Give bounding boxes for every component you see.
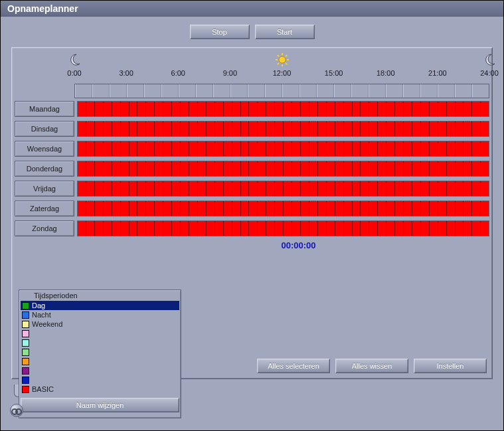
time-slot[interactable]	[386, 141, 395, 156]
time-slot[interactable]	[207, 141, 215, 156]
time-slot[interactable]	[344, 141, 353, 156]
time-slot[interactable]	[309, 201, 318, 216]
time-slot[interactable]	[137, 122, 146, 136]
time-slot[interactable]	[481, 181, 489, 196]
time-slot[interactable]	[318, 122, 327, 136]
ruler-hour-cell[interactable]	[386, 84, 403, 98]
time-slot[interactable]	[215, 102, 224, 116]
time-slot[interactable]	[129, 122, 138, 136]
time-slot[interactable]	[241, 201, 250, 216]
period-item[interactable]	[21, 347, 179, 357]
time-slot[interactable]	[463, 141, 472, 156]
time-slot[interactable]	[430, 221, 438, 236]
time-slot[interactable]	[386, 201, 395, 216]
time-slot[interactable]	[481, 122, 489, 136]
time-slot[interactable]	[430, 161, 438, 176]
ruler-hour-cell[interactable]	[334, 84, 351, 98]
time-slot[interactable]	[215, 122, 224, 136]
time-slot[interactable]	[481, 221, 489, 236]
time-slot[interactable]	[421, 181, 430, 196]
time-slot[interactable]	[215, 201, 224, 216]
time-slot[interactable]	[430, 122, 438, 136]
time-slot[interactable]	[232, 161, 241, 176]
time-slot[interactable]	[215, 161, 224, 176]
ruler-hour-cell[interactable]	[127, 84, 144, 98]
time-slot[interactable]	[369, 161, 378, 176]
time-slot[interactable]	[181, 201, 189, 216]
time-slot[interactable]	[95, 141, 104, 156]
time-slot[interactable]	[129, 141, 138, 156]
time-slot[interactable]	[249, 181, 258, 196]
time-slot[interactable]	[198, 221, 207, 236]
time-slot[interactable]	[430, 141, 438, 156]
time-slot[interactable]	[275, 221, 284, 236]
time-slot[interactable]	[378, 161, 386, 176]
time-slot[interactable]	[241, 102, 250, 116]
time-slot[interactable]	[224, 201, 232, 216]
period-item[interactable]	[21, 366, 179, 375]
time-slot[interactable]	[327, 201, 335, 216]
time-slot[interactable]	[447, 141, 456, 156]
time-slot[interactable]	[361, 181, 369, 196]
time-slot[interactable]	[137, 181, 146, 196]
time-slot[interactable]	[335, 141, 344, 156]
time-slot[interactable]	[129, 221, 138, 236]
time-slot[interactable]	[438, 221, 447, 236]
ruler-hour-cell[interactable]	[161, 84, 179, 98]
time-slot[interactable]	[104, 122, 112, 136]
time-slot[interactable]	[129, 102, 138, 116]
time-slot[interactable]	[95, 161, 104, 176]
day-slot-grid[interactable]	[77, 201, 489, 216]
time-slot[interactable]	[86, 141, 95, 156]
time-slot[interactable]	[198, 122, 207, 136]
time-slot[interactable]	[121, 221, 129, 236]
time-slot[interactable]	[258, 102, 266, 116]
time-slot[interactable]	[112, 102, 121, 116]
time-slot[interactable]	[224, 181, 232, 196]
time-slot[interactable]	[181, 102, 189, 116]
time-slot[interactable]	[121, 102, 129, 116]
time-slot[interactable]	[309, 161, 318, 176]
time-slot[interactable]	[232, 201, 241, 216]
time-slot[interactable]	[137, 102, 146, 116]
time-slot[interactable]	[215, 181, 224, 196]
time-slot[interactable]	[421, 141, 430, 156]
time-slot[interactable]	[309, 181, 318, 196]
time-slot[interactable]	[284, 102, 292, 116]
time-slot[interactable]	[292, 141, 301, 156]
period-item[interactable]: BASIC	[21, 385, 179, 394]
time-slot[interactable]	[146, 181, 155, 196]
time-slot[interactable]	[463, 201, 472, 216]
time-slot[interactable]	[421, 102, 430, 116]
time-slot[interactable]	[181, 122, 189, 136]
select-all-button[interactable]: Alles selecteren	[257, 359, 330, 373]
stop-button[interactable]: Stop	[190, 25, 250, 39]
time-slot[interactable]	[215, 221, 224, 236]
time-slot[interactable]	[301, 102, 309, 116]
time-slot[interactable]	[95, 122, 104, 136]
ruler-hour-cell[interactable]	[265, 84, 282, 98]
time-slot[interactable]	[412, 102, 421, 116]
time-slot[interactable]	[353, 201, 361, 216]
time-slot[interactable]	[438, 181, 447, 196]
time-slot[interactable]	[86, 181, 95, 196]
time-slot[interactable]	[266, 161, 275, 176]
time-slot[interactable]	[344, 102, 353, 116]
time-slot[interactable]	[104, 221, 112, 236]
period-item[interactable]	[21, 338, 179, 347]
period-item[interactable]	[21, 375, 179, 385]
ruler-hour-cell[interactable]	[299, 84, 317, 98]
time-slot[interactable]	[137, 161, 146, 176]
time-slot[interactable]	[301, 221, 309, 236]
time-slot[interactable]	[335, 221, 344, 236]
time-slot[interactable]	[335, 161, 344, 176]
time-slot[interactable]	[163, 122, 172, 136]
time-slot[interactable]	[258, 161, 266, 176]
time-slot[interactable]	[386, 181, 395, 196]
day-slot-grid[interactable]	[77, 161, 489, 177]
time-slot[interactable]	[369, 221, 378, 236]
time-slot[interactable]	[430, 201, 438, 216]
time-slot[interactable]	[318, 201, 327, 216]
time-slot[interactable]	[456, 102, 464, 116]
time-slot[interactable]	[344, 201, 353, 216]
